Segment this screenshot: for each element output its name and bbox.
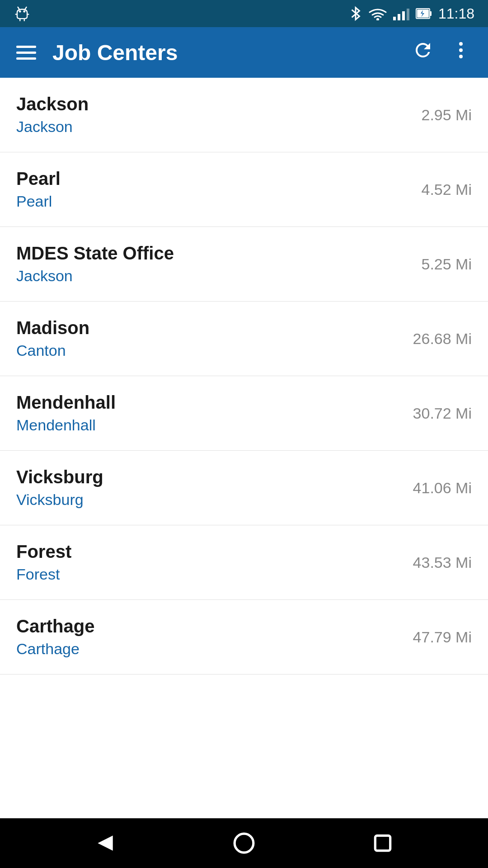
- svg-point-20: [235, 834, 253, 853]
- item-distance: 26.68 Mi: [413, 330, 472, 348]
- hamburger-menu-button[interactable]: [16, 46, 36, 60]
- nav-bar: [0, 818, 488, 868]
- list-item-info: Vicksburg Vicksburg: [16, 467, 103, 509]
- list-item[interactable]: Pearl Pearl 4.52 Mi: [0, 152, 488, 227]
- refresh-button[interactable]: [412, 39, 434, 66]
- svg-point-8: [376, 18, 379, 20]
- item-city: Mendenhall: [16, 416, 116, 434]
- list-item-info: Madison Canton: [16, 318, 89, 359]
- item-city: Carthage: [16, 640, 94, 658]
- list-item[interactable]: Carthage Carthage 47.79 Mi: [0, 600, 488, 675]
- job-centers-list: Jackson Jackson 2.95 Mi Pearl Pearl 4.52…: [0, 78, 488, 675]
- status-bar-left: [14, 5, 31, 22]
- svg-point-18: [459, 55, 463, 58]
- status-bar-right: 11:18: [349, 5, 474, 22]
- list-item[interactable]: Madison Canton 26.68 Mi: [0, 302, 488, 376]
- hamburger-line-2: [16, 52, 36, 54]
- svg-rect-12: [407, 9, 409, 20]
- item-city: Jackson: [16, 118, 89, 136]
- battery-icon: [416, 7, 432, 20]
- svg-rect-14: [430, 11, 432, 16]
- item-distance: 2.95 Mi: [422, 106, 472, 124]
- svg-rect-10: [398, 14, 400, 20]
- status-time: 11:18: [438, 5, 474, 22]
- item-distance: 4.52 Mi: [422, 181, 472, 198]
- status-bar: 11:18: [0, 0, 488, 27]
- list-item-info: Jackson Jackson: [16, 94, 89, 136]
- item-city: Pearl: [16, 193, 61, 210]
- hamburger-line-1: [16, 46, 36, 48]
- more-options-button[interactable]: [450, 39, 472, 66]
- list-item[interactable]: Vicksburg Vicksburg 41.06 Mi: [0, 451, 488, 525]
- item-distance: 47.79 Mi: [413, 628, 472, 646]
- bluetooth-icon: [349, 5, 362, 22]
- item-name: Carthage: [16, 616, 94, 637]
- svg-point-1: [23, 10, 25, 13]
- item-name: Jackson: [16, 94, 89, 114]
- item-city: Canton: [16, 342, 89, 359]
- app-title: Job Centers: [52, 40, 412, 65]
- item-distance: 5.25 Mi: [422, 255, 472, 273]
- app-bar-actions: [412, 39, 472, 66]
- item-city: Vicksburg: [16, 491, 103, 509]
- item-name: Pearl: [16, 169, 61, 189]
- item-distance: 43.53 Mi: [413, 554, 472, 571]
- home-button[interactable]: [233, 832, 255, 854]
- app-bar: Job Centers: [0, 27, 488, 78]
- list-item-info: Forest Forest: [16, 542, 71, 583]
- list-item-info: MDES State Office Jackson: [16, 243, 174, 285]
- list-item-info: Mendenhall Mendenhall: [16, 392, 116, 434]
- list-item[interactable]: Jackson Jackson 2.95 Mi: [0, 78, 488, 152]
- svg-line-2: [18, 7, 19, 9]
- back-button[interactable]: [94, 832, 117, 854]
- list-item[interactable]: Mendenhall Mendenhall 30.72 Mi: [0, 376, 488, 451]
- item-distance: 30.72 Mi: [413, 405, 472, 422]
- item-distance: 41.06 Mi: [413, 479, 472, 497]
- list-item[interactable]: Forest Forest 43.53 Mi: [0, 525, 488, 600]
- svg-rect-11: [402, 11, 405, 20]
- svg-point-0: [19, 10, 21, 13]
- item-name: MDES State Office: [16, 243, 174, 264]
- svg-rect-9: [393, 17, 396, 20]
- item-name: Madison: [16, 318, 89, 338]
- list-item-info: Pearl Pearl: [16, 169, 61, 210]
- recents-button[interactable]: [371, 832, 394, 854]
- svg-point-17: [459, 48, 463, 52]
- svg-marker-19: [98, 835, 113, 850]
- item-name: Mendenhall: [16, 392, 116, 413]
- item-city: Forest: [16, 566, 71, 583]
- hamburger-line-3: [16, 57, 36, 60]
- item-city: Jackson: [16, 267, 174, 285]
- item-name: Vicksburg: [16, 467, 103, 487]
- svg-point-16: [459, 42, 463, 46]
- wifi-icon: [369, 7, 387, 20]
- svg-rect-21: [375, 835, 390, 850]
- svg-line-3: [25, 7, 26, 9]
- signal-icon: [393, 7, 409, 20]
- android-icon: [14, 5, 31, 22]
- list-item-info: Carthage Carthage: [16, 616, 94, 658]
- list-item[interactable]: MDES State Office Jackson 5.25 Mi: [0, 227, 488, 302]
- item-name: Forest: [16, 542, 71, 562]
